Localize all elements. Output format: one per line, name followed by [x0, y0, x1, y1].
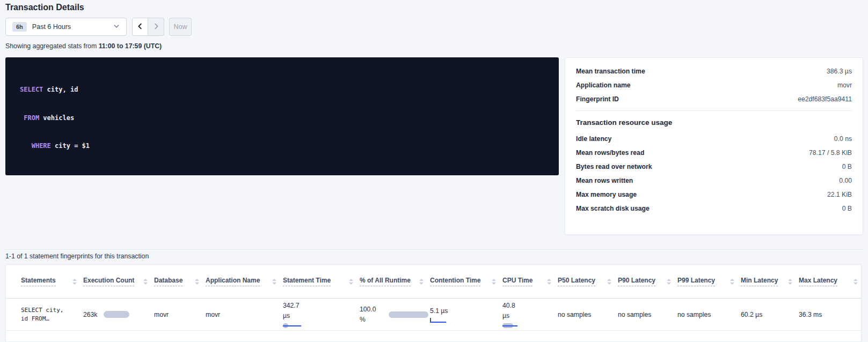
column-header-label[interactable]: % of All Runtime — [360, 277, 411, 286]
time-range-picker[interactable]: 6h Past 6 Hours — [5, 18, 127, 36]
percent-runtime-bar — [389, 311, 428, 318]
cell-max-latency: 36.3 ms — [799, 311, 861, 318]
prev-time-button[interactable] — [132, 18, 148, 36]
sql-keyword: FROM — [24, 114, 39, 122]
summary-row-idle-latency: Idle latency 0.0 ns — [576, 132, 852, 146]
sql-query-box: SELECT city, id FROM vehicles WHERE city… — [5, 57, 559, 175]
sort-icon[interactable] — [730, 278, 734, 285]
now-button[interactable]: Now — [169, 18, 192, 36]
summary-label: Application name — [576, 81, 631, 89]
cell-execution-count: 263k — [83, 311, 154, 318]
column-header-label[interactable]: Execution Count — [83, 277, 134, 286]
column-header-label[interactable]: Statements — [21, 277, 56, 286]
sql-keyword: SELECT — [20, 86, 43, 93]
summary-value: ee2df683f5aa9411 — [798, 95, 852, 103]
p90-latency-value: no samples — [618, 311, 651, 318]
resource-usage-heading: Transaction resource usage — [576, 118, 852, 127]
sort-icon[interactable] — [194, 278, 199, 285]
column-header-statements: Statements — [6, 277, 83, 286]
summary-value: movr — [837, 81, 852, 89]
cell-application-name: movr — [206, 311, 283, 318]
column-header-max-latency: Max Latency — [799, 277, 861, 286]
summary-value: 22.1 KiB — [827, 191, 852, 198]
contention-time-value: 5.1 µs — [430, 306, 448, 316]
summary-value: 386.3 µs — [827, 68, 852, 75]
summary-row-max-scratch-disk-usage: Max scratch disk usage 0 B — [576, 202, 852, 215]
cell-min-latency: 60.2 µs — [741, 311, 799, 318]
stats-caption-prefix: Showing aggregated stats from — [5, 42, 99, 50]
column-header-label[interactable]: Database — [154, 277, 183, 286]
fingerprint-count-caption: 1-1 of 1 statement fingerprints for this… — [5, 252, 149, 260]
cell-percent-runtime: 100.0 % — [360, 304, 430, 325]
summary-row-mean-rows-written: Mean rows written 0.00 — [576, 174, 852, 188]
sql-text: city = $1 — [51, 142, 90, 150]
column-header-label[interactable]: Min Latency — [741, 277, 778, 286]
column-header-contention-time: Contention Time — [430, 277, 502, 286]
time-pager — [132, 18, 164, 36]
sort-icon[interactable] — [546, 278, 551, 285]
sort-icon[interactable] — [853, 278, 858, 285]
summary-value: 0.00 — [839, 177, 852, 184]
stats-caption-range: 11:00 to 17:59 (UTC) — [99, 42, 162, 50]
column-header-statement-time: Statement Time — [283, 277, 360, 286]
column-header-label[interactable]: CPU Time — [502, 277, 533, 286]
summary-value: 0 B — [842, 205, 852, 212]
sql-keyword: WHERE — [32, 142, 51, 150]
column-header-cpu-time: CPU Time — [502, 277, 558, 286]
transaction-summary-card: Mean transaction time 386.3 µs Applicati… — [565, 57, 863, 235]
sort-icon[interactable] — [666, 278, 671, 285]
sort-icon[interactable] — [272, 278, 276, 285]
summary-value: 0.0 ns — [834, 135, 852, 143]
statement-link[interactable]: SELECT city, id FROM… — [21, 306, 63, 323]
cpu-time-value: 40.8 µs — [502, 301, 524, 321]
column-header-percent-runtime: % of All Runtime — [360, 277, 430, 286]
column-header-min-latency: Min Latency — [741, 277, 799, 286]
statement-time-bar — [283, 323, 301, 328]
sort-icon[interactable] — [787, 278, 792, 285]
column-header-label[interactable]: P50 Latency — [558, 277, 595, 286]
column-header-p99-latency: P99 Latency — [677, 277, 741, 286]
sort-icon[interactable] — [607, 278, 611, 285]
sort-icon[interactable] — [72, 278, 77, 285]
summary-value: 78.17 / 5.8 KiB — [809, 149, 852, 157]
summary-label: Idle latency — [576, 135, 611, 143]
database-value: movr — [154, 311, 169, 318]
summary-row-max-memory-usage: Max memory usage 22.1 KiB — [576, 188, 852, 202]
p99-latency-value: no samples — [677, 311, 711, 318]
column-header-label[interactable]: Contention Time — [430, 277, 480, 286]
table-header-row: Statements Execution Count Database Appl… — [6, 265, 861, 299]
sort-icon[interactable] — [143, 278, 148, 285]
contention-time-bar — [430, 318, 446, 323]
bar-line — [430, 322, 446, 323]
column-header-label[interactable]: Statement Time — [283, 277, 331, 286]
column-header-label[interactable]: P99 Latency — [677, 277, 715, 286]
column-header-execution-count: Execution Count — [83, 277, 154, 286]
column-header-p90-latency: P90 Latency — [618, 277, 677, 286]
chevron-down-icon — [113, 22, 120, 32]
sort-icon[interactable] — [348, 278, 353, 285]
sql-text: city, id — [43, 86, 78, 93]
section-divider — [5, 249, 863, 250]
sql-line: FROM vehicles — [20, 114, 544, 123]
column-header-label[interactable]: Application Name — [206, 277, 260, 286]
statements-table: Statements Execution Count Database Appl… — [5, 264, 862, 342]
summary-label: Mean rows/bytes read — [576, 149, 644, 157]
cell-statement: SELECT city, id FROM… — [6, 306, 83, 323]
sort-icon[interactable] — [491, 278, 496, 285]
table-row: SELECT city, id FROM… 263k movr movr 342… — [6, 299, 861, 331]
summary-row-mean-rows-bytes-read: Mean rows/bytes read 78.17 / 5.8 KiB — [576, 146, 852, 160]
aggregated-stats-caption: Showing aggregated stats from 11:00 to 1… — [5, 42, 162, 50]
column-header-label[interactable]: Max Latency — [799, 277, 837, 286]
chevron-left-icon — [136, 23, 144, 32]
sort-icon[interactable] — [419, 278, 424, 285]
chevron-right-icon — [152, 23, 160, 32]
summary-row-mean-transaction-time: Mean transaction time 386.3 µs — [576, 64, 852, 78]
next-time-button[interactable] — [148, 18, 164, 36]
column-header-label[interactable]: P90 Latency — [618, 277, 655, 286]
bar-line — [502, 325, 517, 326]
summary-row-bytes-read-over-network: Bytes read over network 0 B — [576, 160, 852, 174]
sql-text: vehicles — [39, 114, 74, 122]
cell-database: movr — [154, 311, 206, 318]
summary-label: Mean rows written — [576, 177, 633, 184]
time-range-badge: 6h — [12, 22, 27, 32]
